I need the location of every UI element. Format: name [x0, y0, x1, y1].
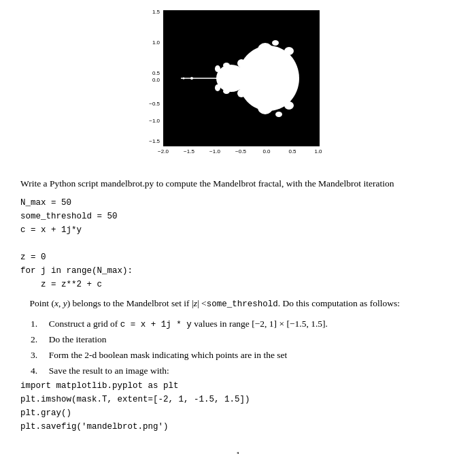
svg-text:0.5: 0.5 — [152, 70, 160, 76]
svg-point-31 — [275, 112, 282, 117]
list-item: 4. Save the result to an image with: — [31, 363, 456, 379]
svg-point-27 — [248, 93, 255, 98]
svg-point-17 — [258, 43, 273, 56]
page-number: 1 — [20, 449, 456, 454]
svg-point-21 — [237, 89, 245, 97]
svg-text:−1.5: −1.5 — [149, 138, 160, 144]
svg-point-32 — [223, 63, 230, 68]
svg-point-16 — [216, 65, 246, 92]
list-item: 2. Do the iteration — [31, 332, 456, 348]
svg-point-24 — [215, 65, 220, 72]
svg-text:−0.5: −0.5 — [235, 148, 246, 155]
svg-text:1.0: 1.0 — [152, 39, 160, 46]
svg-point-33 — [223, 88, 230, 94]
svg-point-18 — [258, 101, 273, 114]
svg-text:−1.5: −1.5 — [184, 148, 194, 155]
svg-text:1.0: 1.0 — [314, 148, 322, 155]
svg-text:0.0: 0.0 — [262, 148, 271, 155]
description-text: Write a Python script mandelbrot.py to c… — [20, 177, 456, 191]
list-item: 3. Form the 2-d boolean mask indicating … — [31, 348, 456, 363]
code-setup: N_max = 50 some_threshold = 50 c = x + 1… — [20, 196, 456, 291]
svg-text:−1.0: −1.0 — [149, 118, 160, 124]
svg-point-29 — [183, 78, 185, 80]
steps-list: 1. Construct a grid of c = x + 1j * y va… — [20, 317, 456, 379]
svg-point-26 — [248, 59, 255, 64]
list-item: 1. Construct a grid of c = x + 1j * y va… — [31, 317, 456, 332]
code-plot: import matplotlib.pyplot as plt plt.imsh… — [20, 379, 456, 434]
svg-text:0.5: 0.5 — [288, 148, 296, 155]
svg-point-22 — [284, 47, 294, 55]
svg-text:−2.0: −2.0 — [158, 148, 169, 155]
svg-text:−1.0: −1.0 — [209, 148, 220, 155]
svg-text:−0.5: −0.5 — [149, 101, 160, 107]
explanation-text: Point (x, y) belongs to the Mandelbrot s… — [20, 297, 456, 311]
svg-point-25 — [215, 84, 220, 91]
svg-point-28 — [190, 77, 193, 80]
svg-point-30 — [272, 40, 279, 46]
mandelbrot-plot: 1.5 1.0 0.5 0.0 −0.5 −1.0 −1.5 −2.0 −1.5… — [143, 7, 333, 170]
svg-text:0.0: 0.0 — [152, 77, 160, 83]
svg-text:1.5: 1.5 — [152, 9, 160, 15]
svg-point-23 — [284, 101, 294, 110]
svg-point-20 — [237, 59, 245, 67]
